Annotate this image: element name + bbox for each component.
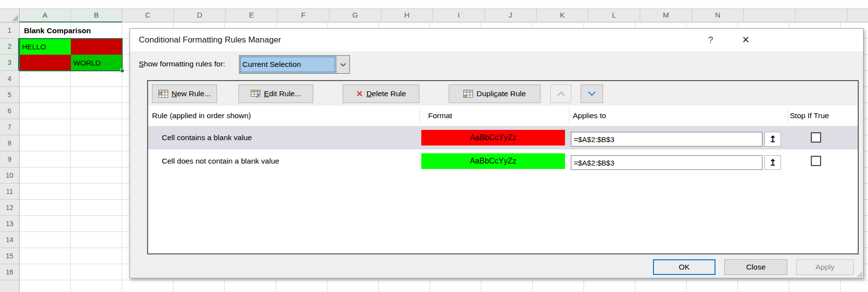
column-header-n[interactable]: N [692, 9, 744, 22]
cell-a3[interactable] [20, 55, 71, 71]
column-header-b[interactable]: B [71, 9, 122, 22]
row-header-8[interactable]: 8 [0, 135, 19, 151]
column-header-a[interactable]: A [20, 9, 71, 22]
new-rule-button[interactable]: New Rule... [152, 84, 217, 103]
format-preview: AaBbCcYyZz [421, 130, 565, 146]
column-header-filler [744, 9, 868, 22]
delete-x-icon: ✕ [356, 89, 363, 99]
fill-handle[interactable] [120, 69, 124, 73]
row-header-9[interactable]: 9 [0, 151, 19, 167]
show-rules-label-accel: S [139, 60, 144, 68]
row-header-16[interactable]: 16 [0, 264, 19, 280]
new-rule-label: New Rule... [172, 89, 211, 98]
resize-grip[interactable] [856, 271, 862, 277]
rules-table-header: Rule (applied in order shown) Format App… [148, 105, 858, 126]
row-header-7[interactable]: 7 [0, 119, 19, 135]
row-header-13[interactable]: 13 [0, 216, 19, 232]
collapse-dialog-icon: ↥ [769, 134, 776, 145]
column-header-f[interactable]: F [278, 9, 329, 22]
rule-row-1[interactable]: Cell contains a blank value AaBbCcYyZz ↥ [148, 126, 858, 149]
column-header-k[interactable]: K [537, 9, 588, 22]
stop-if-true-checkbox[interactable] [811, 132, 821, 143]
formula-bar-bottom-strip [0, 0, 868, 9]
delete-rule-button[interactable]: ✕ Delete Rule [343, 84, 419, 103]
header-applies-to: Applies to [573, 105, 606, 126]
show-rules-dropdown-value[interactable]: Current Selection [239, 56, 336, 73]
collapse-dialog-icon: ↥ [769, 157, 776, 168]
dropdown-arrow-button[interactable] [336, 56, 349, 73]
column-header-e[interactable]: E [226, 9, 278, 22]
duplicate-rule-label: Duplicate Rule [477, 89, 526, 98]
column-header-c[interactable]: C [122, 9, 174, 22]
row-header-15[interactable]: 15 [0, 248, 19, 264]
dialog-titlebar[interactable]: Conditional Formatting Rules Manager ? ✕ [130, 29, 863, 51]
delete-rule-label: Delete Rule [367, 89, 406, 98]
row-header-1[interactable]: 1 [0, 22, 19, 39]
header-stop-if-true: Stop If True [790, 105, 829, 126]
collapse-dialog-button[interactable]: ↥ [764, 132, 781, 146]
column-header-l[interactable]: L [588, 9, 640, 22]
cell-b3[interactable]: WORLD [71, 55, 122, 71]
collapse-dialog-button[interactable]: ↥ [764, 155, 781, 170]
dialog-title: Conditional Formatting Rules Manager [139, 29, 281, 51]
ok-button[interactable]: OK [653, 259, 716, 275]
applies-to-input[interactable] [571, 155, 762, 170]
close-button[interactable]: Close [724, 259, 787, 275]
excel-window: A B C D E F G H I J K L M N 1 2 3 4 5 6 … [0, 0, 868, 292]
edit-rule-label: Edit Rule... [264, 89, 301, 98]
stop-if-true-checkbox[interactable] [811, 156, 821, 166]
row-header-3[interactable]: 3 [0, 55, 19, 71]
chevron-down-icon [587, 91, 597, 97]
header-rule: Rule (applied in order shown) [152, 105, 251, 126]
column-header-d[interactable]: D [174, 9, 226, 22]
chevron-up-icon [556, 91, 566, 97]
column-header-m[interactable]: M [640, 9, 692, 22]
show-rules-label-post: how formatting rules for: [144, 60, 225, 68]
header-format: Format [428, 105, 452, 126]
select-all-corner[interactable] [0, 9, 20, 22]
row-header-4[interactable]: 4 [0, 71, 19, 87]
applies-to-input[interactable] [571, 132, 762, 146]
format-preview: AaBbCcYyZz [421, 153, 565, 169]
column-header-empty-2[interactable] [796, 9, 847, 22]
column-header-j[interactable]: J [485, 9, 537, 22]
row-header-6[interactable]: 6 [0, 103, 19, 119]
cell-a2[interactable]: HELLO [20, 39, 71, 55]
edit-rule-pencil-icon [251, 90, 260, 98]
row-header-11[interactable]: 11 [0, 184, 19, 200]
conditional-formatting-rules-manager-dialog: Conditional Formatting Rules Manager ? ✕… [130, 28, 864, 278]
rules-panel: New Rule... Edit Rule... ✕ Delete Rule [147, 80, 859, 254]
select-all-triangle-icon [12, 15, 18, 21]
row-header-5[interactable]: 5 [0, 87, 19, 103]
cell-b2[interactable] [71, 39, 122, 55]
move-rule-up-button[interactable] [550, 84, 571, 103]
row-header-12[interactable]: 12 [0, 200, 19, 216]
chevron-down-icon [340, 63, 347, 67]
row-headers: 1 2 3 4 5 6 7 8 9 10 11 12 13 14 15 16 [0, 22, 20, 292]
help-button[interactable]: ? [702, 29, 719, 51]
rule-row-2[interactable]: Cell does not contain a blank value AaBb… [148, 149, 858, 173]
close-icon[interactable]: ✕ [736, 29, 756, 51]
column-header-h[interactable]: H [381, 9, 433, 22]
apply-button[interactable]: Apply [796, 259, 854, 275]
duplicate-rule-button[interactable]: Duplicate Rule [449, 84, 541, 103]
rule-description: Cell does not contain a blank value [162, 149, 279, 173]
cell-a1[interactable]: Blank Comparison [22, 22, 91, 39]
header-separator [788, 107, 788, 124]
move-rule-down-button[interactable] [581, 84, 603, 103]
rule-description: Cell contains a blank value [162, 126, 252, 149]
rules-toolbar: New Rule... Edit Rule... ✕ Delete Rule [148, 81, 858, 105]
header-separator [569, 107, 569, 124]
new-rule-table-icon [158, 90, 168, 98]
row-header-10[interactable]: 10 [0, 167, 19, 184]
header-separator [419, 107, 420, 124]
column-header-empty-1[interactable] [744, 9, 796, 22]
column-header-i[interactable]: I [433, 9, 485, 22]
show-rules-label: Show formatting rules for: [139, 60, 225, 68]
duplicate-rule-table-icon [463, 90, 473, 98]
show-rules-dropdown[interactable]: Current Selection [239, 55, 350, 74]
row-header-2[interactable]: 2 [0, 39, 19, 55]
edit-rule-button[interactable]: Edit Rule... [239, 84, 313, 103]
row-header-14[interactable]: 14 [0, 232, 19, 248]
column-header-g[interactable]: G [329, 9, 381, 22]
